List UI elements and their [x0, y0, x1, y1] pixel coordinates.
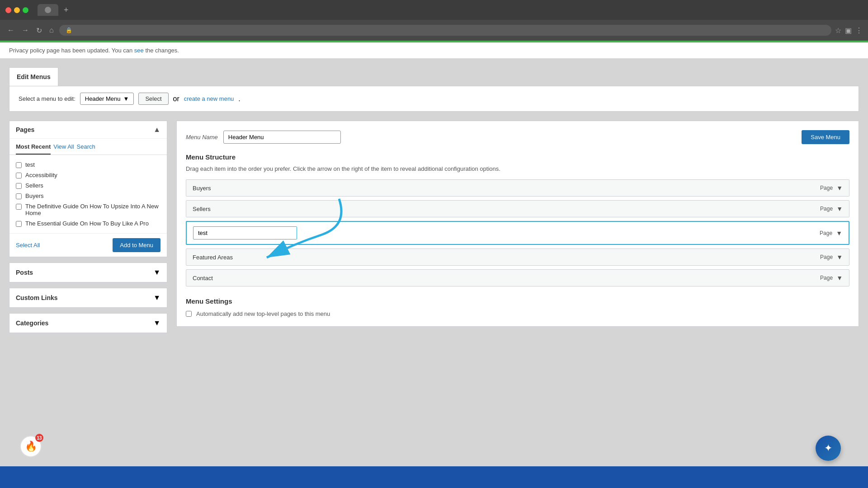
auto-add-pages-label: Automatically add new top-level pages to… [196, 310, 330, 317]
menu-item-input-test[interactable] [193, 226, 297, 239]
menu-name-input[interactable] [223, 131, 341, 144]
menu-item-expand-test[interactable]: ▼ [836, 230, 842, 237]
menu-item-type-featured-areas: Page [820, 254, 833, 260]
menu-item-type-test: Page [820, 230, 832, 236]
menu-item-expand-contact[interactable]: ▼ [836, 274, 843, 282]
tab-favicon [45, 7, 51, 13]
categories-panel: Categories ▼ [9, 313, 167, 333]
pages-panel-header: Pages ▲ [9, 121, 167, 139]
chat-widget[interactable]: ✦ [816, 436, 841, 461]
auto-add-pages-checkbox[interactable] [186, 311, 192, 317]
bookmark-icon[interactable]: ☆ [835, 26, 841, 35]
menu-item-featured-areas: Featured Areas Page ▼ [186, 249, 849, 266]
menu-item-expand-buyers[interactable]: ▼ [836, 184, 843, 192]
menu-icon[interactable]: ⋮ [855, 26, 863, 35]
menu-item-right-test: Page ▼ [820, 230, 842, 237]
menu-item-right-sellers: Page ▼ [820, 205, 843, 212]
page-checkbox-buyers[interactable] [16, 193, 22, 199]
two-column-layout: Pages ▲ Most Recent View All Search test [9, 121, 859, 333]
menu-select-value: Header Menu [85, 95, 121, 102]
posts-panel-header[interactable]: Posts ▼ [9, 263, 167, 282]
tab-view-all[interactable]: View All [53, 143, 74, 155]
page-checkbox-test[interactable] [16, 162, 22, 168]
tab-search[interactable]: Search [77, 143, 95, 155]
pages-panel-title: Pages [16, 126, 34, 133]
menu-item-type-contact: Page [820, 275, 833, 281]
toolbar-right: ☆ ▣ ⋮ [835, 26, 863, 35]
pages-panel-items: test Accessibility Sellers Buyers [9, 155, 167, 233]
select-menu-button[interactable]: Select [138, 93, 168, 105]
select-menu-bar: Select a menu to edit: Header Menu ▼ Sel… [9, 86, 859, 112]
dropdown-chevron-icon: ▼ [123, 95, 129, 102]
menu-editor-box: Menu Name Save Menu Menu Structure Drag … [176, 121, 859, 327]
list-item: The Definitive Guide On How To Upsize In… [16, 201, 160, 218]
menu-item-type-buyers: Page [820, 185, 833, 191]
page-checkbox-definitive[interactable] [16, 204, 22, 210]
list-item: Accessibility [16, 170, 160, 180]
browser-tab[interactable] [38, 4, 58, 16]
custom-links-panel-title: Custom Links [16, 294, 58, 301]
posts-chevron-icon: ▼ [153, 268, 160, 277]
menu-item-contact: Contact Page ▼ [186, 269, 849, 286]
home-button[interactable]: ⌂ [47, 24, 56, 36]
create-new-menu-link[interactable]: create a new menu [184, 95, 234, 102]
forward-button[interactable]: → [20, 24, 31, 36]
menu-name-label: Menu Name [186, 134, 218, 141]
close-dot[interactable] [5, 7, 11, 13]
custom-links-chevron-icon: ▼ [153, 294, 160, 302]
pages-panel: Pages ▲ Most Recent View All Search test [9, 121, 167, 257]
menu-item-right-buyers: Page ▼ [820, 184, 843, 192]
notice-link[interactable]: see [134, 47, 144, 54]
new-tab-button[interactable]: + [64, 5, 69, 15]
menu-name-row: Menu Name Save Menu [186, 130, 849, 144]
extensions-icon[interactable]: ▣ [845, 26, 852, 35]
select-menu-label: Select a menu to edit: [19, 95, 75, 102]
custom-links-panel-header[interactable]: Custom Links ▼ [9, 288, 167, 307]
chat-sparkle-icon: ✦ [824, 442, 832, 454]
menu-item-expand-sellers[interactable]: ▼ [836, 205, 843, 212]
browser-titlebar: + [0, 0, 868, 20]
page-checkbox-essential[interactable] [16, 221, 22, 227]
list-item: Sellers [16, 180, 160, 191]
posts-panel-title: Posts [16, 269, 33, 276]
menu-item-sellers: Sellers Page ▼ [186, 200, 849, 217]
tab-most-recent[interactable]: Most Recent [16, 143, 51, 155]
posts-panel: Posts ▼ [9, 263, 167, 282]
add-to-menu-button[interactable]: Add to Menu [113, 238, 160, 252]
menu-item-name-featured-areas: Featured Areas [193, 254, 233, 261]
page-checkbox-accessibility[interactable] [16, 173, 22, 178]
page-label-definitive: The Definitive Guide On How To Upsize In… [25, 203, 160, 216]
menu-item-type-sellers: Page [820, 206, 833, 212]
menu-select-dropdown[interactable]: Header Menu ▼ [80, 93, 134, 105]
menu-item-buyers: Buyers Page ▼ [186, 179, 849, 197]
save-menu-button[interactable]: Save Menu [802, 130, 849, 144]
reload-button[interactable]: ↻ [34, 24, 44, 37]
select-all-link[interactable]: Select All [16, 242, 40, 249]
list-item: Buyers [16, 191, 160, 201]
address-bar[interactable]: 🔒 [59, 25, 831, 36]
minimize-dot[interactable] [14, 7, 20, 13]
browser-dots [5, 7, 28, 13]
right-panel: Menu Name Save Menu Menu Structure Drag … [176, 121, 859, 333]
menu-item-expand-featured-areas[interactable]: ▼ [836, 253, 843, 261]
browser-toolbar: ← → ↻ ⌂ 🔒 ☆ ▣ ⋮ [0, 20, 868, 41]
page-checkbox-sellers[interactable] [16, 183, 22, 189]
categories-chevron-icon: ▼ [153, 319, 160, 327]
flame-widget[interactable]: 🔥 13 [20, 436, 42, 457]
pages-panel-tabs: Most Recent View All Search [9, 139, 167, 155]
custom-links-panel: Custom Links ▼ [9, 288, 167, 308]
pages-panel-toggle[interactable]: ▲ [153, 126, 160, 134]
settings-row: Automatically add new top-level pages to… [186, 310, 849, 317]
maximize-dot[interactable] [23, 7, 28, 13]
categories-panel-header[interactable]: Categories ▼ [9, 314, 167, 333]
back-button[interactable]: ← [5, 24, 16, 36]
browser-chrome: + ← → ↻ ⌂ 🔒 ☆ ▣ ⋮ [0, 0, 868, 41]
menu-item-test: Page ▼ [186, 221, 849, 245]
edit-menus-title: Edit Menus [9, 67, 58, 86]
list-item: The Essential Guide On How To Buy Like A… [16, 218, 160, 229]
menu-item-right-featured-areas: Page ▼ [820, 253, 843, 261]
list-item: test [16, 160, 160, 170]
main-area: Edit Menus Select a menu to edit: Header… [0, 58, 868, 342]
menu-item-right-contact: Page ▼ [820, 274, 843, 282]
menu-structure-desc: Drag each item into the order you prefer… [186, 165, 849, 172]
